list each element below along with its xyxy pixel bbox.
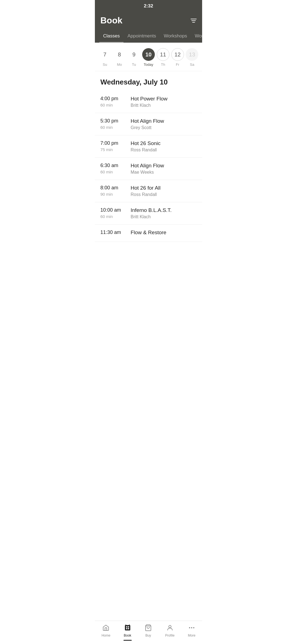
class-item-hot-align-flow-2[interactable]: 6:30 am 60 min Hot Align Flow Mae Weeks — [95, 158, 202, 180]
class-item-hot-26-for-all[interactable]: 8:00 am 90 min Hot 26 for All Ross Randa… — [95, 180, 202, 202]
calendar-day-7[interactable]: 7 Su — [98, 48, 111, 67]
calendar-day-12[interactable]: 12 Fr — [171, 48, 184, 67]
class-instructor: Ross Randall — [131, 192, 197, 197]
class-name: Hot Align Flow — [131, 118, 197, 124]
day-label: Su — [103, 62, 107, 67]
date-heading: Wednesday, July 10 — [95, 71, 202, 91]
status-time: 2:32 — [144, 3, 153, 9]
day-number: 9 — [128, 48, 140, 61]
day-label: Mo — [117, 62, 122, 67]
tab-workshops[interactable]: Workshops — [160, 30, 191, 43]
class-info: Inferno B.L.A.S.T. Britt Klach — [131, 207, 197, 219]
day-label: Sa — [190, 62, 194, 67]
day-label: Tu — [132, 62, 136, 67]
tab-bar: Classes Appointments Workshops Worksh… — [95, 30, 202, 43]
class-name: Hot 26 Sonic — [131, 140, 197, 146]
class-item-flow-restore[interactable]: 11:30 am Flow & Restore — [95, 225, 202, 242]
class-name: Hot Align Flow — [131, 163, 197, 169]
class-time: 6:30 am 60 min — [100, 163, 131, 174]
calendar-day-8[interactable]: 8 Mo — [113, 48, 126, 67]
class-item-hot-align-flow-1[interactable]: 5:30 pm 60 min Hot Align Flow Grey Scott — [95, 113, 202, 135]
class-instructor: Mae Weeks — [131, 170, 197, 175]
class-instructor: Britt Klach — [131, 214, 197, 219]
class-instructor: Britt Klach — [131, 103, 197, 108]
class-time: 11:30 am — [100, 230, 131, 236]
class-list: 4:00 pm 60 min Hot Power Flow Britt Klac… — [95, 91, 202, 269]
day-number: 7 — [98, 48, 111, 61]
class-info: Hot Power Flow Britt Klach — [131, 96, 197, 108]
tab-workshops2[interactable]: Worksh… — [191, 30, 202, 43]
calendar-day-11[interactable]: 11 Th — [157, 48, 169, 67]
class-info: Hot 26 for All Ross Randall — [131, 185, 197, 197]
calendar-day-10-today[interactable]: 10 Today — [142, 48, 155, 67]
class-info: Hot 26 Sonic Ross Randall — [131, 140, 197, 152]
calendar-day-9[interactable]: 9 Tu — [128, 48, 140, 67]
calendar-strip: 7 Su 8 Mo 9 Tu 10 Today 11 Th 12 Fr 13 S… — [95, 43, 202, 71]
class-duration: 60 min — [100, 125, 131, 130]
class-time-main: 4:00 pm — [100, 96, 131, 102]
class-info: Hot Align Flow Mae Weeks — [131, 163, 197, 175]
day-label-today: Today — [144, 62, 153, 67]
day-number: 11 — [157, 48, 169, 61]
day-number: 12 — [171, 48, 184, 61]
tab-appointments[interactable]: Appointments — [123, 30, 160, 43]
class-time-main: 10:00 am — [100, 207, 131, 213]
class-name: Hot 26 for All — [131, 185, 197, 191]
day-number: 8 — [113, 48, 126, 61]
class-name: Inferno B.L.A.S.T. — [131, 207, 197, 213]
class-time: 7:00 pm 75 min — [100, 140, 131, 152]
class-info: Flow & Restore — [131, 230, 197, 237]
class-time-main: 8:00 am — [100, 185, 131, 191]
class-name: Hot Power Flow — [131, 96, 197, 102]
class-item-inferno-blast[interactable]: 10:00 am 60 min Inferno B.L.A.S.T. Britt… — [95, 202, 202, 225]
filter-icon[interactable] — [191, 19, 197, 23]
class-instructor: Grey Scott — [131, 125, 197, 130]
calendar-day-13[interactable]: 13 Sa — [186, 48, 198, 67]
class-time-main: 11:30 am — [100, 230, 131, 235]
day-number-today: 10 — [142, 48, 155, 61]
day-label: Th — [161, 62, 165, 67]
class-time: 8:00 am 90 min — [100, 185, 131, 197]
header: Book — [95, 12, 202, 30]
class-duration: 60 min — [100, 103, 131, 107]
class-duration: 90 min — [100, 192, 131, 197]
day-label: Fr — [176, 62, 179, 67]
class-time-main: 6:30 am — [100, 163, 131, 168]
class-duration: 60 min — [100, 170, 131, 174]
class-duration: 75 min — [100, 147, 131, 152]
class-time: 4:00 pm 60 min — [100, 96, 131, 107]
class-time-main: 5:30 pm — [100, 118, 131, 124]
class-instructor: Ross Randall — [131, 148, 197, 152]
class-info: Hot Align Flow Grey Scott — [131, 118, 197, 130]
tab-classes[interactable]: Classes — [99, 30, 123, 43]
class-duration: 60 min — [100, 214, 131, 219]
class-time: 10:00 am 60 min — [100, 207, 131, 219]
page-title: Book — [100, 15, 122, 26]
class-item-hot-26-sonic[interactable]: 7:00 pm 75 min Hot 26 Sonic Ross Randall — [95, 135, 202, 158]
day-number: 13 — [186, 48, 198, 61]
class-time-main: 7:00 pm — [100, 140, 131, 146]
status-bar: 2:32 — [95, 0, 202, 12]
class-time: 5:30 pm 60 min — [100, 118, 131, 130]
class-item-hot-power-flow[interactable]: 4:00 pm 60 min Hot Power Flow Britt Klac… — [95, 91, 202, 113]
class-name: Flow & Restore — [131, 230, 197, 236]
